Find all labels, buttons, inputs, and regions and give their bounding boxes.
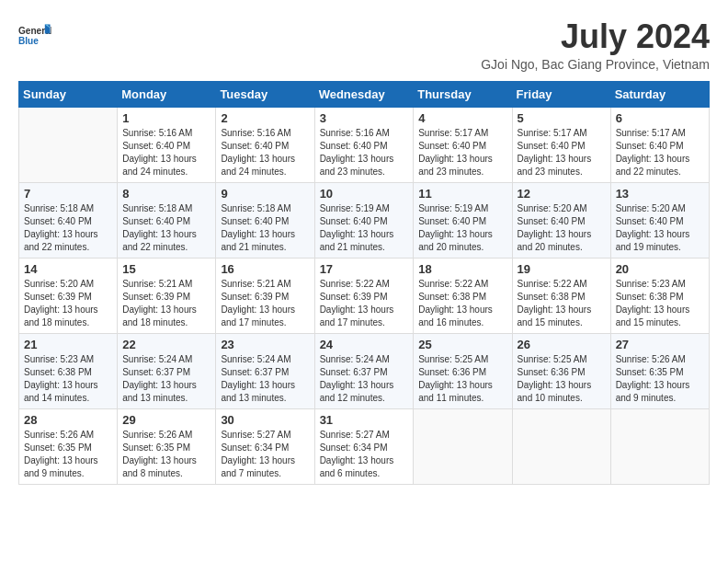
day-number: 7 [24,187,112,201]
cell-info: Sunrise: 5:24 AM Sunset: 6:37 PM Dayligh… [320,353,409,405]
day-number: 20 [616,262,704,276]
day-number: 6 [616,111,704,125]
cell-info: Sunrise: 5:24 AM Sunset: 6:37 PM Dayligh… [221,353,309,405]
day-number: 14 [24,262,112,276]
cell-info: Sunrise: 5:27 AM Sunset: 6:34 PM Dayligh… [221,429,309,480]
day-number: 21 [24,338,112,351]
calendar-cell-5-5 [414,408,512,484]
calendar-cell-2-7: 13Sunrise: 5:20 AM Sunset: 6:40 PM Dayli… [610,182,709,258]
calendar-cell-2-1: 7Sunrise: 5:18 AM Sunset: 6:40 PM Daylig… [19,182,118,258]
location: GJoi Ngo, Bac Giang Province, Vietnam [481,57,710,72]
calendar-week-row-2: 7Sunrise: 5:18 AM Sunset: 6:40 PM Daylig… [19,182,710,258]
calendar-cell-4-5: 25Sunrise: 5:25 AM Sunset: 6:36 PM Dayli… [414,333,512,408]
calendar-cell-5-6 [512,408,610,484]
day-number: 27 [616,338,704,351]
cell-info: Sunrise: 5:16 AM Sunset: 6:40 PM Dayligh… [320,127,409,178]
calendar-cell-5-1: 28Sunrise: 5:26 AM Sunset: 6:35 PM Dayli… [19,408,118,484]
weekday-header-thursday: Thursday [414,81,512,107]
weekday-header-tuesday: Tuesday [216,81,314,107]
weekday-header-monday: Monday [118,81,216,107]
cell-info: Sunrise: 5:19 AM Sunset: 6:40 PM Dayligh… [320,202,409,254]
cell-info: Sunrise: 5:25 AM Sunset: 6:36 PM Dayligh… [518,353,606,405]
calendar-cell-1-2: 1Sunrise: 5:16 AM Sunset: 6:40 PM Daylig… [118,107,216,182]
calendar-cell-1-6: 5Sunrise: 5:17 AM Sunset: 6:40 PM Daylig… [512,107,610,182]
calendar-cell-2-3: 9Sunrise: 5:18 AM Sunset: 6:40 PM Daylig… [216,182,314,258]
day-number: 19 [518,262,606,276]
logo-svg: General Blue [18,18,51,52]
day-number: 29 [122,413,210,427]
weekday-header-saturday: Saturday [610,81,709,107]
day-number: 26 [518,338,606,351]
calendar-cell-3-4: 17Sunrise: 5:22 AM Sunset: 6:39 PM Dayli… [314,258,414,333]
calendar-week-row-4: 21Sunrise: 5:23 AM Sunset: 6:38 PM Dayli… [19,333,710,408]
cell-info: Sunrise: 5:22 AM Sunset: 6:39 PM Dayligh… [320,278,409,329]
weekday-header-wednesday: Wednesday [314,81,414,107]
cell-info: Sunrise: 5:17 AM Sunset: 6:40 PM Dayligh… [418,127,506,178]
cell-info: Sunrise: 5:18 AM Sunset: 6:40 PM Dayligh… [221,202,309,254]
calendar-cell-1-3: 2Sunrise: 5:16 AM Sunset: 6:40 PM Daylig… [216,107,314,182]
cell-info: Sunrise: 5:18 AM Sunset: 6:40 PM Dayligh… [122,202,210,254]
cell-info: Sunrise: 5:16 AM Sunset: 6:40 PM Dayligh… [221,127,309,178]
calendar-week-row-3: 14Sunrise: 5:20 AM Sunset: 6:39 PM Dayli… [19,258,710,333]
cell-info: Sunrise: 5:18 AM Sunset: 6:40 PM Dayligh… [24,202,112,254]
logo: General Blue [18,18,51,52]
calendar-cell-4-3: 23Sunrise: 5:24 AM Sunset: 6:37 PM Dayli… [216,333,314,408]
calendar-cell-4-4: 24Sunrise: 5:24 AM Sunset: 6:37 PM Dayli… [314,333,414,408]
day-number: 8 [122,187,210,201]
cell-info: Sunrise: 5:21 AM Sunset: 6:39 PM Dayligh… [221,278,309,329]
day-number: 30 [221,413,309,427]
cell-info: Sunrise: 5:20 AM Sunset: 6:40 PM Dayligh… [616,202,704,254]
calendar-cell-1-1 [19,107,118,182]
calendar-cell-3-5: 18Sunrise: 5:22 AM Sunset: 6:38 PM Dayli… [414,258,512,333]
calendar-week-row-1: 1Sunrise: 5:16 AM Sunset: 6:40 PM Daylig… [19,107,710,182]
cell-info: Sunrise: 5:20 AM Sunset: 6:40 PM Dayligh… [518,202,606,254]
cell-info: Sunrise: 5:23 AM Sunset: 6:38 PM Dayligh… [24,353,112,405]
cell-info: Sunrise: 5:17 AM Sunset: 6:40 PM Dayligh… [616,127,704,178]
day-number: 2 [221,111,309,125]
day-number: 4 [418,111,506,125]
cell-info: Sunrise: 5:21 AM Sunset: 6:39 PM Dayligh… [122,278,210,329]
cell-info: Sunrise: 5:16 AM Sunset: 6:40 PM Dayligh… [122,127,210,178]
cell-info: Sunrise: 5:26 AM Sunset: 6:35 PM Dayligh… [24,429,112,480]
calendar-cell-2-4: 10Sunrise: 5:19 AM Sunset: 6:40 PM Dayli… [314,182,414,258]
calendar-cell-2-6: 12Sunrise: 5:20 AM Sunset: 6:40 PM Dayli… [512,182,610,258]
day-number: 25 [418,338,506,351]
day-number: 11 [418,187,506,201]
cell-info: Sunrise: 5:19 AM Sunset: 6:40 PM Dayligh… [418,202,506,254]
cell-info: Sunrise: 5:20 AM Sunset: 6:39 PM Dayligh… [24,278,112,329]
month-year: July 2024 [481,18,710,55]
cell-info: Sunrise: 5:26 AM Sunset: 6:35 PM Dayligh… [122,429,210,480]
day-number: 5 [518,111,606,125]
calendar-cell-4-6: 26Sunrise: 5:25 AM Sunset: 6:36 PM Dayli… [512,333,610,408]
day-number: 23 [221,338,309,351]
cell-info: Sunrise: 5:17 AM Sunset: 6:40 PM Dayligh… [518,127,606,178]
weekday-header-row: SundayMondayTuesdayWednesdayThursdayFrid… [19,81,710,107]
day-number: 24 [320,338,409,351]
day-number: 16 [221,262,309,276]
calendar-cell-5-3: 30Sunrise: 5:27 AM Sunset: 6:34 PM Dayli… [216,408,314,484]
logo-text-block: General Blue [18,18,51,52]
day-number: 31 [320,413,409,427]
day-number: 28 [24,413,112,427]
day-number: 1 [122,111,210,125]
calendar-cell-3-7: 20Sunrise: 5:23 AM Sunset: 6:38 PM Dayli… [610,258,709,333]
cell-info: Sunrise: 5:27 AM Sunset: 6:34 PM Dayligh… [320,429,409,480]
day-number: 13 [616,187,704,201]
calendar-cell-1-5: 4Sunrise: 5:17 AM Sunset: 6:40 PM Daylig… [414,107,512,182]
calendar-cell-1-4: 3Sunrise: 5:16 AM Sunset: 6:40 PM Daylig… [314,107,414,182]
calendar-cell-5-7 [610,408,709,484]
calendar-cell-5-2: 29Sunrise: 5:26 AM Sunset: 6:35 PM Dayli… [118,408,216,484]
calendar-cell-4-1: 21Sunrise: 5:23 AM Sunset: 6:38 PM Dayli… [19,333,118,408]
day-number: 15 [122,262,210,276]
day-number: 12 [518,187,606,201]
calendar-week-row-5: 28Sunrise: 5:26 AM Sunset: 6:35 PM Dayli… [19,408,710,484]
cell-info: Sunrise: 5:24 AM Sunset: 6:37 PM Dayligh… [122,353,210,405]
cell-info: Sunrise: 5:22 AM Sunset: 6:38 PM Dayligh… [518,278,606,329]
page-header: General Blue July 2024 GJoi Ngo, Bac Gia… [18,18,710,72]
calendar-cell-3-2: 15Sunrise: 5:21 AM Sunset: 6:39 PM Dayli… [118,258,216,333]
calendar-table: SundayMondayTuesdayWednesdayThursdayFrid… [18,81,710,485]
calendar-cell-4-7: 27Sunrise: 5:26 AM Sunset: 6:35 PM Dayli… [610,333,709,408]
calendar-cell-3-3: 16Sunrise: 5:21 AM Sunset: 6:39 PM Dayli… [216,258,314,333]
calendar-cell-2-2: 8Sunrise: 5:18 AM Sunset: 6:40 PM Daylig… [118,182,216,258]
day-number: 18 [418,262,506,276]
